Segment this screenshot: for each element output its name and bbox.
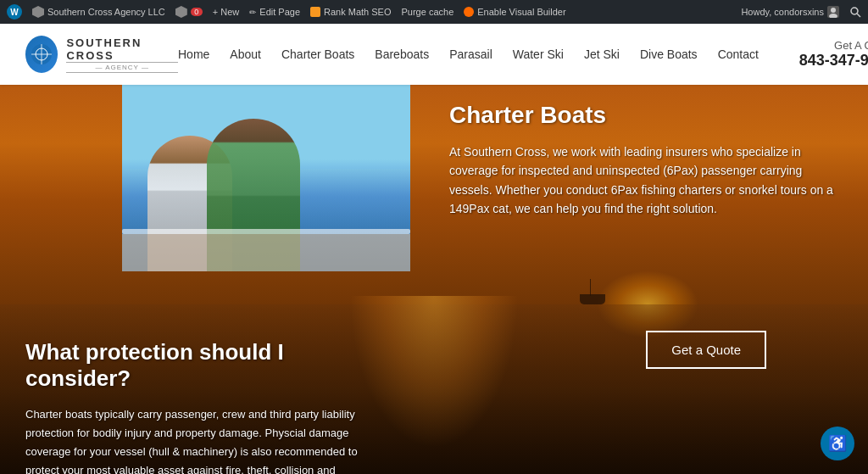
orange-dot-icon bbox=[464, 7, 474, 17]
charter-description: At Southern Cross, we work with leading … bbox=[449, 142, 843, 219]
nav-about[interactable]: About bbox=[230, 47, 261, 61]
security-badge: 0 bbox=[191, 8, 203, 16]
site-header: SOUTHERN CROSS — AGENCY — Home About Cha… bbox=[0, 24, 868, 85]
svg-point-2 bbox=[851, 8, 858, 14]
new-label: + New bbox=[213, 7, 240, 17]
search-icon bbox=[849, 6, 861, 18]
purge-cache-label: Purge cache bbox=[402, 7, 454, 17]
edit-page-label: Edit Page bbox=[259, 7, 300, 17]
rank-math-label: Rank Math SEO bbox=[324, 7, 391, 17]
hero-content: Charter Boats At Southern Cross, we work… bbox=[424, 85, 868, 236]
logo-circle bbox=[25, 36, 58, 73]
protection-heading: What protection should I consider? bbox=[25, 339, 364, 392]
accessibility-button[interactable]: ♿ bbox=[821, 427, 854, 460]
site-name-label: Southern Cross Agency LLC bbox=[47, 7, 165, 17]
nav-jet-ski[interactable]: Jet Ski bbox=[584, 47, 620, 61]
security-shield-icon bbox=[175, 6, 187, 18]
main-nav: Home About Charter Boats Bareboats Paras… bbox=[178, 47, 759, 61]
logo-text: SOUTHERN CROSS — AGENCY — bbox=[66, 36, 178, 73]
logo-name: SOUTHERN CROSS bbox=[66, 36, 178, 62]
admin-bar: W Southern Cross Agency LLC 0 + New ✏ Ed… bbox=[0, 0, 868, 24]
boat-deck bbox=[122, 234, 410, 271]
header-quote-link[interactable]: Get A Quote bbox=[834, 39, 868, 52]
shield-icon bbox=[32, 6, 44, 18]
rank-math-icon bbox=[310, 7, 320, 17]
howdy-text: Howdy, condorsxins bbox=[741, 7, 824, 17]
logo-agency: — AGENCY — bbox=[66, 62, 178, 73]
new-item[interactable]: + New bbox=[213, 7, 240, 17]
svg-point-0 bbox=[831, 8, 836, 13]
nav-charter-boats[interactable]: Charter Boats bbox=[281, 47, 354, 61]
howdy-item[interactable]: Howdy, condorsxins bbox=[741, 6, 839, 18]
get-quote-button[interactable]: Get a Quote bbox=[646, 331, 766, 369]
rank-math-item[interactable]: Rank Math SEO bbox=[310, 7, 391, 17]
protection-text: Charter boats typically carry passenger,… bbox=[25, 405, 364, 474]
nav-parasail[interactable]: Parasail bbox=[449, 47, 492, 61]
visual-builder-item[interactable]: Enable Visual Builder bbox=[464, 7, 565, 17]
purge-cache-item[interactable]: Purge cache bbox=[402, 7, 454, 17]
logo-area[interactable]: SOUTHERN CROSS — AGENCY — bbox=[25, 36, 178, 73]
admin-bar-right: Howdy, condorsxins bbox=[741, 6, 861, 18]
nav-contact[interactable]: Contact bbox=[718, 47, 759, 61]
charter-title: Charter Boats bbox=[449, 102, 843, 129]
phone-number: 843-347-9008 bbox=[799, 52, 868, 70]
svg-point-1 bbox=[829, 14, 837, 18]
nav-home[interactable]: Home bbox=[178, 47, 209, 61]
hero-section: Charter Boats At Southern Cross, we work… bbox=[0, 85, 868, 474]
edit-page-item[interactable]: ✏ Edit Page bbox=[249, 7, 300, 17]
quote-button-area: Get a Quote bbox=[646, 331, 766, 369]
distant-boat bbox=[580, 294, 605, 304]
nav-dive-boats[interactable]: Dive Boats bbox=[640, 47, 698, 61]
nav-water-ski[interactable]: Water Ski bbox=[513, 47, 564, 61]
user-avatar-icon bbox=[827, 6, 839, 18]
boat-photo bbox=[122, 85, 410, 271]
photo-inner bbox=[122, 85, 410, 271]
svg-line-3 bbox=[857, 14, 860, 17]
logo-icon bbox=[30, 42, 53, 66]
accessibility-icon: ♿ bbox=[828, 434, 847, 453]
security-item[interactable]: 0 bbox=[175, 6, 203, 18]
search-item[interactable] bbox=[849, 6, 861, 18]
wordpress-icon: W bbox=[7, 4, 22, 20]
header-right: Get A Quote 843-347-9008 bbox=[759, 39, 868, 70]
site-name-item[interactable]: Southern Cross Agency LLC bbox=[32, 6, 165, 18]
wp-logo-item[interactable]: W bbox=[7, 4, 22, 20]
visual-builder-label: Enable Visual Builder bbox=[477, 7, 565, 17]
nav-bareboats[interactable]: Bareboats bbox=[375, 47, 429, 61]
